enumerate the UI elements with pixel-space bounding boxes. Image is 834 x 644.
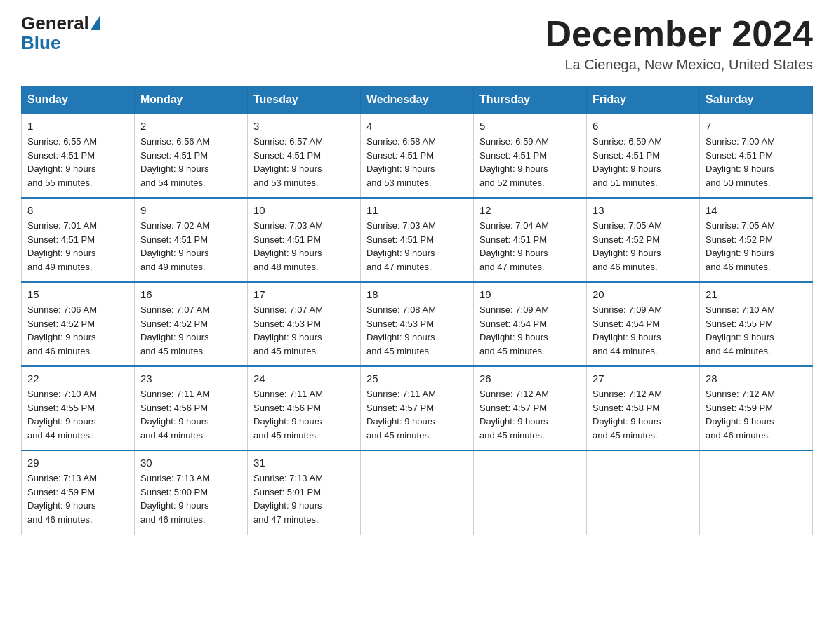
day-number: 14 xyxy=(706,204,807,216)
day-number: 27 xyxy=(593,373,694,384)
logo-general-text: General xyxy=(21,14,89,32)
day-number: 23 xyxy=(140,373,241,384)
column-header-wednesday: Wednesday xyxy=(361,86,474,114)
calendar-cell: 23 Sunrise: 7:11 AMSunset: 4:56 PMDaylig… xyxy=(135,366,248,450)
day-info: Sunrise: 7:00 AMSunset: 4:51 PMDaylight:… xyxy=(706,135,807,189)
day-number: 5 xyxy=(479,120,581,132)
calendar-cell: 5 Sunrise: 6:59 AMSunset: 4:51 PMDayligh… xyxy=(474,114,587,198)
calendar-cell: 18 Sunrise: 7:08 AMSunset: 4:53 PMDaylig… xyxy=(361,282,474,366)
day-info: Sunrise: 7:12 AMSunset: 4:58 PMDaylight:… xyxy=(593,387,694,442)
day-info: Sunrise: 6:56 AMSunset: 4:51 PMDaylight:… xyxy=(140,135,241,189)
calendar-week-row: 15 Sunrise: 7:06 AMSunset: 4:52 PMDaylig… xyxy=(22,282,813,366)
day-info: Sunrise: 7:09 AMSunset: 4:54 PMDaylight:… xyxy=(479,303,581,358)
day-info: Sunrise: 7:02 AMSunset: 4:51 PMDaylight:… xyxy=(140,219,241,274)
page-header: General Blue December 2024 La Cienega, N… xyxy=(21,14,813,73)
calendar-cell xyxy=(587,450,700,535)
calendar-cell: 10 Sunrise: 7:03 AMSunset: 4:51 PMDaylig… xyxy=(248,198,361,282)
calendar-cell: 26 Sunrise: 7:12 AMSunset: 4:57 PMDaylig… xyxy=(474,366,587,450)
day-number: 10 xyxy=(253,204,355,216)
column-header-tuesday: Tuesday xyxy=(248,86,361,114)
calendar-cell: 20 Sunrise: 7:09 AMSunset: 4:54 PMDaylig… xyxy=(587,282,700,366)
column-header-sunday: Sunday xyxy=(22,86,135,114)
day-number: 15 xyxy=(27,288,128,300)
day-info: Sunrise: 7:07 AMSunset: 4:53 PMDaylight:… xyxy=(253,303,355,358)
day-info: Sunrise: 7:03 AMSunset: 4:51 PMDaylight:… xyxy=(366,219,468,274)
calendar-cell: 7 Sunrise: 7:00 AMSunset: 4:51 PMDayligh… xyxy=(700,114,813,198)
day-info: Sunrise: 7:09 AMSunset: 4:54 PMDaylight:… xyxy=(593,303,694,358)
day-number: 28 xyxy=(706,373,807,384)
day-number: 11 xyxy=(366,204,468,216)
day-info: Sunrise: 7:05 AMSunset: 4:52 PMDaylight:… xyxy=(593,219,694,274)
day-info: Sunrise: 7:11 AMSunset: 4:56 PMDaylight:… xyxy=(140,387,241,442)
calendar-cell: 2 Sunrise: 6:56 AMSunset: 4:51 PMDayligh… xyxy=(135,114,248,198)
day-number: 12 xyxy=(479,204,581,216)
calendar-cell xyxy=(361,450,474,535)
calendar-cell xyxy=(700,450,813,535)
day-info: Sunrise: 7:12 AMSunset: 4:59 PMDaylight:… xyxy=(706,387,807,442)
calendar-cell: 30 Sunrise: 7:13 AMSunset: 5:00 PMDaylig… xyxy=(135,450,248,535)
day-number: 29 xyxy=(27,457,128,469)
calendar-week-row: 8 Sunrise: 7:01 AMSunset: 4:51 PMDayligh… xyxy=(22,198,813,282)
calendar-header: SundayMondayTuesdayWednesdayThursdayFrid… xyxy=(22,86,813,114)
day-info: Sunrise: 7:13 AMSunset: 5:00 PMDaylight:… xyxy=(140,471,241,526)
day-info: Sunrise: 7:11 AMSunset: 4:56 PMDaylight:… xyxy=(253,387,355,442)
calendar-cell: 31 Sunrise: 7:13 AMSunset: 5:01 PMDaylig… xyxy=(248,450,361,535)
column-header-thursday: Thursday xyxy=(474,86,587,114)
day-number: 13 xyxy=(593,204,694,216)
calendar-cell: 13 Sunrise: 7:05 AMSunset: 4:52 PMDaylig… xyxy=(587,198,700,282)
day-number: 1 xyxy=(27,120,128,132)
calendar-cell: 11 Sunrise: 7:03 AMSunset: 4:51 PMDaylig… xyxy=(361,198,474,282)
title-area: December 2024 La Cienega, New Mexico, Un… xyxy=(545,14,813,73)
day-info: Sunrise: 7:08 AMSunset: 4:53 PMDaylight:… xyxy=(366,303,468,358)
page-subtitle: La Cienega, New Mexico, United States xyxy=(545,57,813,73)
day-number: 7 xyxy=(706,120,807,132)
day-number: 8 xyxy=(27,204,128,216)
calendar-cell: 21 Sunrise: 7:10 AMSunset: 4:55 PMDaylig… xyxy=(700,282,813,366)
day-info: Sunrise: 7:06 AMSunset: 4:52 PMDaylight:… xyxy=(27,303,128,358)
calendar-week-row: 22 Sunrise: 7:10 AMSunset: 4:55 PMDaylig… xyxy=(22,366,813,450)
calendar-cell xyxy=(474,450,587,535)
day-number: 6 xyxy=(593,120,694,132)
calendar-cell: 27 Sunrise: 7:12 AMSunset: 4:58 PMDaylig… xyxy=(587,366,700,450)
day-number: 16 xyxy=(140,288,241,300)
day-info: Sunrise: 7:12 AMSunset: 4:57 PMDaylight:… xyxy=(479,387,581,442)
day-info: Sunrise: 7:04 AMSunset: 4:51 PMDaylight:… xyxy=(479,219,581,274)
calendar-body: 1 Sunrise: 6:55 AMSunset: 4:51 PMDayligh… xyxy=(22,114,813,535)
logo-triangle-icon xyxy=(91,15,100,30)
calendar-week-row: 1 Sunrise: 6:55 AMSunset: 4:51 PMDayligh… xyxy=(22,114,813,198)
logo-blue-text: Blue xyxy=(21,32,60,54)
calendar-cell: 17 Sunrise: 7:07 AMSunset: 4:53 PMDaylig… xyxy=(248,282,361,366)
calendar-cell: 12 Sunrise: 7:04 AMSunset: 4:51 PMDaylig… xyxy=(474,198,587,282)
day-info: Sunrise: 6:57 AMSunset: 4:51 PMDaylight:… xyxy=(253,135,355,189)
day-info: Sunrise: 7:10 AMSunset: 4:55 PMDaylight:… xyxy=(706,303,807,358)
day-info: Sunrise: 6:59 AMSunset: 4:51 PMDaylight:… xyxy=(593,135,694,189)
calendar-cell: 24 Sunrise: 7:11 AMSunset: 4:56 PMDaylig… xyxy=(248,366,361,450)
calendar-cell: 15 Sunrise: 7:06 AMSunset: 4:52 PMDaylig… xyxy=(22,282,135,366)
day-number: 25 xyxy=(366,373,468,384)
day-number: 20 xyxy=(593,288,694,300)
calendar-cell: 19 Sunrise: 7:09 AMSunset: 4:54 PMDaylig… xyxy=(474,282,587,366)
calendar-cell: 3 Sunrise: 6:57 AMSunset: 4:51 PMDayligh… xyxy=(248,114,361,198)
calendar-cell: 8 Sunrise: 7:01 AMSunset: 4:51 PMDayligh… xyxy=(22,198,135,282)
day-number: 30 xyxy=(140,457,241,469)
day-number: 9 xyxy=(140,204,241,216)
calendar-table: SundayMondayTuesdayWednesdayThursdayFrid… xyxy=(21,86,813,535)
calendar-cell: 4 Sunrise: 6:58 AMSunset: 4:51 PMDayligh… xyxy=(361,114,474,198)
day-number: 31 xyxy=(253,457,355,469)
day-number: 3 xyxy=(253,120,355,132)
column-header-friday: Friday xyxy=(587,86,700,114)
day-info: Sunrise: 7:05 AMSunset: 4:52 PMDaylight:… xyxy=(706,219,807,274)
day-info: Sunrise: 7:03 AMSunset: 4:51 PMDaylight:… xyxy=(253,219,355,274)
day-info: Sunrise: 6:59 AMSunset: 4:51 PMDaylight:… xyxy=(479,135,581,189)
calendar-cell: 1 Sunrise: 6:55 AMSunset: 4:51 PMDayligh… xyxy=(22,114,135,198)
column-header-monday: Monday xyxy=(135,86,248,114)
day-number: 24 xyxy=(253,373,355,384)
calendar-cell: 28 Sunrise: 7:12 AMSunset: 4:59 PMDaylig… xyxy=(700,366,813,450)
calendar-cell: 22 Sunrise: 7:10 AMSunset: 4:55 PMDaylig… xyxy=(22,366,135,450)
logo: General Blue xyxy=(21,14,102,54)
day-info: Sunrise: 7:13 AMSunset: 5:01 PMDaylight:… xyxy=(253,471,355,526)
day-info: Sunrise: 7:13 AMSunset: 4:59 PMDaylight:… xyxy=(27,471,128,526)
page-title: December 2024 xyxy=(545,14,813,54)
calendar-cell: 25 Sunrise: 7:11 AMSunset: 4:57 PMDaylig… xyxy=(361,366,474,450)
calendar-week-row: 29 Sunrise: 7:13 AMSunset: 4:59 PMDaylig… xyxy=(22,450,813,535)
